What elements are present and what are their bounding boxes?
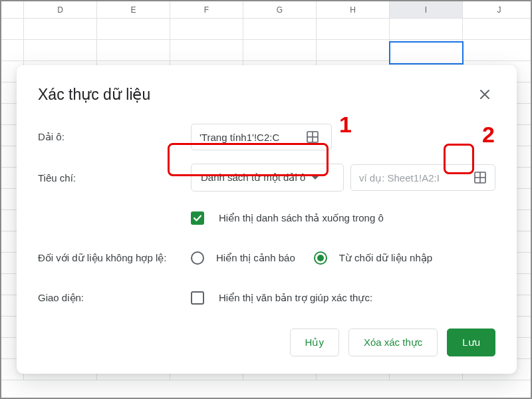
col-header[interactable]: G bbox=[243, 1, 317, 18]
invalid-data-label: Đối với dữ liệu không hợp lệ: bbox=[38, 252, 191, 264]
criteria-range-input-wrap bbox=[350, 164, 495, 191]
show-dropdown-checkbox[interactable] bbox=[191, 211, 204, 225]
help-text-checkbox[interactable] bbox=[191, 291, 204, 305]
check-icon bbox=[193, 213, 202, 223]
criteria-label: Tiêu chí: bbox=[38, 172, 191, 184]
criteria-select-range-button[interactable] bbox=[473, 168, 488, 187]
save-button[interactable]: Lưu bbox=[447, 329, 495, 356]
column-headers: D E F G H I J bbox=[1, 1, 531, 19]
col-header[interactable]: H bbox=[317, 1, 390, 18]
range-input[interactable] bbox=[198, 131, 298, 144]
grid-icon bbox=[307, 131, 319, 143]
range-input-wrap bbox=[191, 124, 332, 150]
dialog-title: Xác thực dữ liệu bbox=[38, 86, 150, 104]
col-header-active[interactable]: I bbox=[390, 1, 463, 18]
appearance-label: Giao diện: bbox=[38, 292, 191, 304]
col-header[interactable]: D bbox=[24, 1, 97, 18]
grid-icon bbox=[474, 172, 486, 184]
criteria-dropdown-label: Danh sách từ một dải ô bbox=[201, 172, 305, 184]
col-header[interactable]: J bbox=[463, 1, 532, 18]
radio-show-warning-label: Hiển thị cảnh báo bbox=[216, 252, 295, 264]
col-header[interactable]: F bbox=[170, 1, 243, 18]
show-dropdown-label: Hiển thị danh sách thả xuống trong ô bbox=[219, 212, 384, 224]
close-icon bbox=[479, 89, 490, 100]
chevron-down-icon bbox=[312, 176, 319, 180]
radio-show-warning[interactable] bbox=[191, 251, 204, 265]
radio-reject-input-label: Từ chối dữ liệu nhập bbox=[339, 252, 432, 264]
help-text-label: Hiển thị văn bản trợ giúp xác thực: bbox=[219, 292, 372, 304]
remove-validation-button[interactable]: Xóa xác thực bbox=[348, 329, 438, 356]
close-button[interactable] bbox=[474, 84, 495, 105]
cancel-button[interactable]: Hủy bbox=[290, 329, 339, 356]
criteria-range-input[interactable] bbox=[358, 172, 467, 184]
data-validation-dialog: Xác thực dữ liệu Dải ô: Tiêu chí: Danh s… bbox=[17, 65, 517, 374]
col-header[interactable]: E bbox=[97, 1, 170, 18]
criteria-dropdown[interactable]: Danh sách từ một dải ô bbox=[191, 164, 344, 192]
range-label: Dải ô: bbox=[38, 131, 191, 143]
select-range-button[interactable] bbox=[303, 128, 322, 146]
radio-reject-input[interactable] bbox=[314, 251, 327, 265]
